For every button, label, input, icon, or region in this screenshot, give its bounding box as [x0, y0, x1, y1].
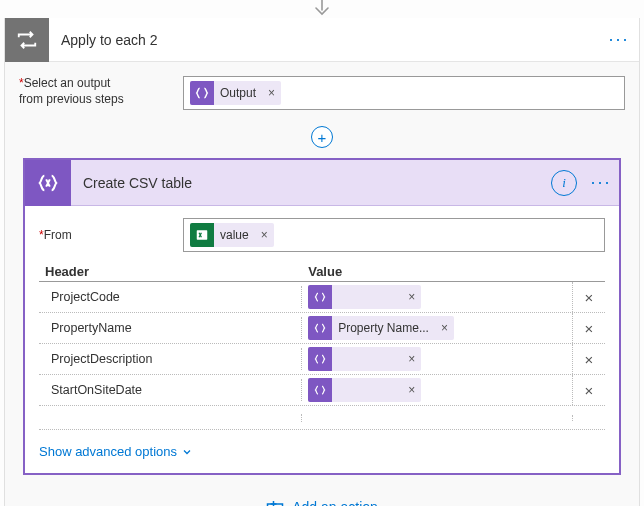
value-cell[interactable]: Property Name... × [302, 313, 573, 343]
create-csv-header[interactable]: Create CSV table i ··· [25, 160, 619, 206]
select-output-label: *Select an output from previous steps [19, 76, 169, 107]
dynamic-content-icon [308, 347, 332, 371]
value-token[interactable]: × [308, 347, 421, 371]
chevron-down-icon [181, 446, 193, 458]
header-column-label: Header [39, 262, 302, 281]
apply-to-each-title: Apply to each 2 [49, 32, 599, 48]
header-cell[interactable]: ProjectDescription [39, 348, 302, 370]
columns-header-row: Header Value [39, 262, 605, 282]
excel-icon [190, 223, 214, 247]
add-action-button[interactable]: Add an action [5, 475, 639, 506]
csv-icon [25, 160, 71, 206]
apply-to-each-header[interactable]: Apply to each 2 ··· [5, 18, 639, 62]
remove-token-icon[interactable]: × [402, 290, 421, 304]
value-cell[interactable]: × [302, 344, 573, 374]
column-mapping-empty-row[interactable] [39, 406, 605, 430]
value-cell[interactable]: × [302, 282, 573, 312]
remove-token-icon[interactable]: × [402, 352, 421, 366]
value-token[interactable]: × [308, 285, 421, 309]
from-row: *From value × [39, 218, 605, 252]
dynamic-content-icon [308, 285, 332, 309]
delete-row-button[interactable]: × [573, 382, 605, 399]
value-cell[interactable]: × [302, 375, 573, 405]
apply-to-each-card: Apply to each 2 ··· *Select an output fr… [4, 18, 640, 506]
show-advanced-options-link[interactable]: Show advanced options [39, 430, 605, 459]
from-input[interactable]: value × [183, 218, 605, 252]
remove-token-icon[interactable]: × [262, 86, 281, 100]
dynamic-content-icon [308, 316, 332, 340]
dynamic-content-icon [190, 81, 214, 105]
info-button[interactable]: i [551, 170, 577, 196]
loop-icon [5, 18, 49, 62]
delete-row-button[interactable]: × [573, 289, 605, 306]
create-csv-title: Create CSV table [71, 175, 551, 191]
value-token[interactable]: × [308, 378, 421, 402]
svg-rect-0 [197, 230, 208, 239]
create-csv-table-card: Create CSV table i ··· *From value × [23, 158, 621, 475]
apply-to-each-menu-button[interactable]: ··· [599, 29, 639, 50]
insert-step-button[interactable]: + [311, 126, 333, 148]
select-output-input[interactable]: Output × [183, 76, 625, 110]
dynamic-content-icon [308, 378, 332, 402]
header-cell[interactable]: PropertyName [39, 317, 302, 339]
column-mapping-row: ProjectDescription × × [39, 344, 605, 375]
remove-token-icon[interactable]: × [435, 321, 454, 335]
flow-arrow-down [0, 0, 644, 18]
header-cell[interactable]: StartOnSiteDate [39, 379, 302, 401]
delete-row-button[interactable]: × [573, 351, 605, 368]
create-csv-menu-button[interactable]: ··· [583, 172, 619, 193]
value-column-label: Value [302, 262, 605, 281]
remove-token-icon[interactable]: × [255, 228, 274, 242]
value-token[interactable]: value × [190, 223, 274, 247]
output-token[interactable]: Output × [190, 81, 281, 105]
add-action-icon [266, 499, 284, 506]
delete-row-button[interactable]: × [573, 320, 605, 337]
column-mapping-row: StartOnSiteDate × × [39, 375, 605, 406]
remove-token-icon[interactable]: × [402, 383, 421, 397]
select-output-row: *Select an output from previous steps Ou… [5, 62, 639, 120]
from-label: *From [39, 228, 169, 242]
header-cell[interactable]: ProjectCode [39, 286, 302, 308]
column-mapping-row: ProjectCode × × [39, 282, 605, 313]
column-mapping-row: PropertyName Property Name... × × [39, 313, 605, 344]
value-token[interactable]: Property Name... × [308, 316, 454, 340]
